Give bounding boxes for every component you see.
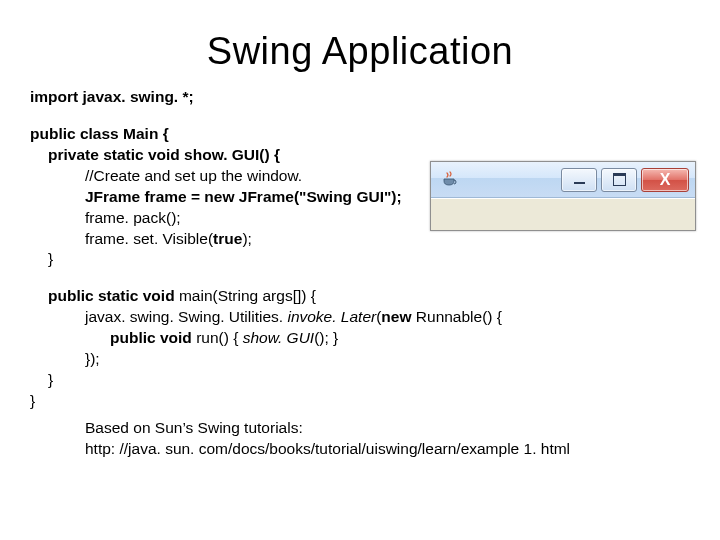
footer-link: http: //java. sun. com/docs/books/tutori… xyxy=(85,439,690,460)
code-line: public static void main(String args[]) { xyxy=(48,286,690,307)
code-line: import javax. swing. *; xyxy=(30,87,690,108)
window-titlebar: X xyxy=(431,162,695,198)
minimize-icon xyxy=(574,182,585,184)
code-line: public class Main { xyxy=(30,124,690,145)
code-line: public void run() { show. GUI(); } xyxy=(110,328,690,349)
code-line: } xyxy=(48,249,690,270)
maximize-icon xyxy=(613,173,626,186)
footer-line: Based on Sun’s Swing tutorials: xyxy=(85,418,690,439)
maximize-button[interactable] xyxy=(601,168,637,192)
java-icon xyxy=(439,170,459,190)
code-line: javax. swing. Swing. Utilities. invoke. … xyxy=(85,307,690,328)
minimize-button[interactable] xyxy=(561,168,597,192)
close-icon: X xyxy=(660,171,671,189)
code-line: frame. set. Visible(true); xyxy=(85,229,690,250)
swing-window-screenshot: X xyxy=(430,161,696,231)
slide-title: Swing Application xyxy=(30,30,690,73)
footer-text: Based on Sun’s Swing tutorials: http: //… xyxy=(85,418,690,460)
code-line: } xyxy=(48,370,690,391)
code-line: }); xyxy=(85,349,690,370)
code-line: } xyxy=(30,391,690,412)
window-body xyxy=(431,198,695,229)
code-block: import javax. swing. *; public class Mai… xyxy=(30,87,690,412)
close-button[interactable]: X xyxy=(641,168,689,192)
